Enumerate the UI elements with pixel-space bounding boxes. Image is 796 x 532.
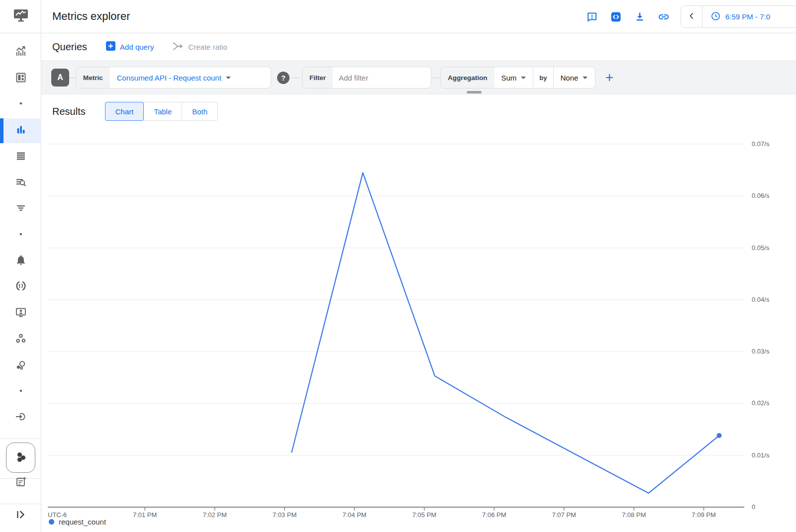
- by-label: by: [533, 67, 553, 88]
- integration-arrow-icon: [15, 411, 27, 425]
- query-letter-badge: A: [51, 69, 69, 87]
- sidebar-item-release-notes[interactable]: [0, 471, 41, 495]
- y-tick-label: 0.05/s: [752, 244, 769, 252]
- group-by-dropdown[interactable]: None: [554, 67, 595, 88]
- x-tick-label: 7:06 PM: [472, 511, 516, 519]
- time-back-button[interactable]: [681, 6, 702, 27]
- sidebar-item-monitoring-home[interactable]: [0, 0, 41, 33]
- link-button[interactable]: [658, 11, 670, 23]
- code-button[interactable]: [610, 11, 622, 23]
- filter-label: Filter: [302, 67, 333, 88]
- create-ratio-label: Create ratio: [188, 43, 227, 51]
- create-ratio-merge-icon: [173, 42, 184, 52]
- log-search-icon: [15, 176, 27, 190]
- overview-trend-icon: [15, 45, 27, 59]
- download-button[interactable]: [634, 11, 646, 23]
- aggregation-dropdown[interactable]: Sum: [495, 67, 533, 88]
- sidebar-item-metrics-explorer[interactable]: [0, 118, 41, 143]
- sidebar-item-services[interactable]: [0, 328, 41, 352]
- monitor-eye-icon: [15, 306, 27, 320]
- dot-icon: [15, 228, 27, 242]
- metric-dropdown[interactable]: Consumed API - Request count: [110, 67, 238, 88]
- tab-both[interactable]: Both: [182, 102, 218, 121]
- sidebar-item-alerting[interactable]: [0, 249, 41, 273]
- metric-value: Consumed API - Request count: [117, 74, 221, 82]
- chevron-down-icon: [583, 77, 588, 79]
- y-tick-label: 0.04/s: [752, 296, 769, 303]
- x-tick-label: 7:04 PM: [332, 511, 377, 519]
- metrics-explorer-app: Metrics explorer: [0, 0, 796, 532]
- code-icon: [610, 17, 622, 24]
- sidebar-item-kubernetes[interactable]: [6, 443, 35, 473]
- line-chart[interactable]: [48, 134, 746, 513]
- time-range-group: 6:59 PM - 7:0: [681, 5, 796, 28]
- feedback-icon: [586, 17, 598, 24]
- y-tick-label: 0.03/s: [752, 348, 769, 355]
- monitoring-sidebar: [0, 0, 41, 532]
- results-heading: Results: [52, 106, 86, 117]
- results-bar: Results Chart Table Both: [41, 94, 796, 128]
- metric-label: Metric: [76, 67, 110, 88]
- trace-lines-icon: [15, 202, 27, 216]
- clock-icon: [710, 11, 721, 23]
- legend-series-name: request_count: [59, 518, 106, 526]
- uptime-circle-icon: [15, 280, 27, 294]
- results-view-toggle: Chart Table Both: [105, 102, 218, 121]
- connector-line: [69, 78, 76, 78]
- x-tick-label: 7:09 PM: [682, 511, 726, 519]
- sidebar-section-dot: [0, 380, 41, 404]
- chevron-down-icon: [226, 77, 231, 79]
- sidebar-divider: [0, 439, 41, 439]
- sidebar-item-groups[interactable]: [0, 355, 41, 378]
- metrics-explorer-bars-icon: [15, 124, 27, 138]
- group-by-value: None: [561, 74, 579, 82]
- chart-region: 0.01/s0.02/s0.03/s0.04/s0.05/s0.06/s0.07…: [41, 128, 796, 532]
- tab-chart[interactable]: Chart: [105, 102, 144, 121]
- sidebar-item-trace[interactable]: [0, 197, 41, 221]
- metric-pill: Metric Consumed API - Request count: [76, 67, 271, 89]
- time-range-selector[interactable]: 6:59 PM - 7:0: [702, 11, 770, 23]
- expand-panel-icon: [15, 509, 27, 523]
- add-query-label: Add query: [120, 43, 154, 51]
- add-plus-square-icon: [106, 41, 115, 52]
- dot-icon: [15, 97, 27, 111]
- time-range-text: 6:59 PM - 7:0: [725, 12, 770, 21]
- sidebar-item-dashboards[interactable]: [0, 67, 41, 90]
- sidebar-item-list[interactable]: [0, 145, 41, 169]
- connector-line: [291, 78, 299, 78]
- filter-pill: Filter: [302, 67, 431, 89]
- page-title: Metrics explorer: [52, 10, 130, 23]
- sidebar-item-logs[interactable]: [0, 171, 41, 195]
- x-tick-label: 7:07 PM: [542, 511, 587, 519]
- add-query-button[interactable]: Add query: [106, 41, 154, 52]
- x-tick-label: 7:03 PM: [262, 511, 307, 519]
- sidebar-item-uptime-checks[interactable]: [0, 275, 41, 299]
- y-tick-label: 0.01/s: [752, 451, 769, 459]
- dashboards-icon: [15, 72, 27, 86]
- alerting-bell-icon: [15, 254, 27, 268]
- y-tick-label: 0.06/s: [752, 192, 769, 199]
- add-aggregation-button[interactable]: +: [599, 68, 619, 88]
- bubbles-icon: [15, 359, 27, 373]
- sidebar-item-overview[interactable]: [0, 40, 41, 64]
- tab-table[interactable]: Table: [143, 102, 182, 121]
- sidebar-item-dashboards-tv[interactable]: [0, 301, 41, 325]
- legend-color-dot: [49, 519, 54, 525]
- chart-legend[interactable]: request_count: [49, 518, 106, 526]
- sidebar-expand-button[interactable]: [0, 504, 41, 528]
- link-icon: [658, 17, 670, 24]
- feedback-button[interactable]: [586, 11, 598, 23]
- sidebar-item-integrations[interactable]: [0, 406, 41, 430]
- x-tick-label: 7:01 PM: [122, 511, 167, 519]
- x-tick-label: 7:08 PM: [611, 511, 656, 519]
- resize-drag-handle[interactable]: [467, 91, 482, 93]
- y-zero-label: 0: [752, 503, 755, 511]
- create-ratio-button[interactable]: Create ratio: [173, 42, 227, 52]
- monitoring-logo-icon: [12, 8, 29, 25]
- queries-heading: Queries: [52, 41, 87, 53]
- filter-input[interactable]: [333, 67, 422, 88]
- connector-line: [431, 78, 440, 78]
- dot-icon: [15, 385, 27, 399]
- metric-help-button[interactable]: ?: [277, 72, 290, 84]
- query-builder: A Metric Consumed API - Request count ? …: [41, 61, 796, 94]
